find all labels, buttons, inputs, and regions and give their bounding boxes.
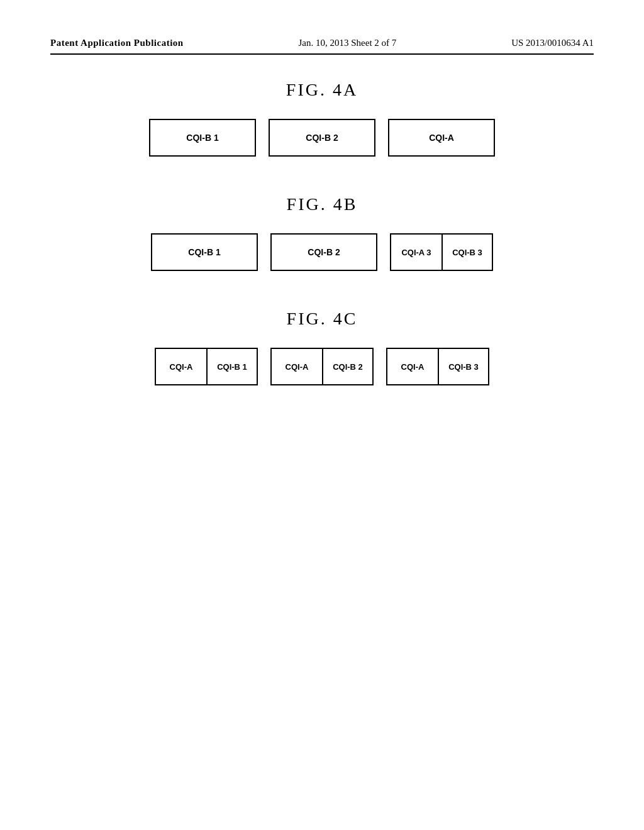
fig4a-box-2: CQI-B 2: [269, 119, 375, 157]
header-publication-label: Patent Application Publication: [50, 38, 184, 48]
fig4b-pair-box: CQI-A 3 CQI-B 3: [390, 233, 493, 271]
fig4c-pair1-right: CQI-B 1: [206, 349, 257, 384]
fig4c-pair-3: CQI-A CQI-B 3: [386, 348, 489, 385]
header-date-sheet: Jan. 10, 2013 Sheet 2 of 7: [299, 38, 397, 48]
fig4c-pair3-right: CQI-B 3: [438, 349, 488, 384]
figure-4c-label: FIG. 4C: [287, 309, 358, 329]
figure-4a-section: FIG. 4A CQI-B 1 CQI-B 2 CQI-A: [50, 80, 594, 157]
fig4c-pair3-left: CQI-A: [387, 349, 438, 384]
figure-4b-section: FIG. 4B CQI-B 1 CQI-B 2 CQI-A 3 CQI-B 3: [50, 194, 594, 271]
page: Patent Application Publication Jan. 10, …: [0, 0, 644, 830]
fig4a-box-1: CQI-B 1: [149, 119, 256, 157]
page-header: Patent Application Publication Jan. 10, …: [50, 38, 594, 55]
fig4c-pair2-left: CQI-A: [272, 349, 322, 384]
fig4c-pair2-right: CQI-B 2: [322, 349, 372, 384]
figure-4b-label: FIG. 4B: [287, 194, 358, 214]
fig4b-pair-left: CQI-A 3: [391, 235, 441, 270]
fig4b-pair-right: CQI-B 3: [441, 235, 492, 270]
fig4c-pair-1: CQI-A CQI-B 1: [155, 348, 258, 385]
figure-4c-section: FIG. 4C CQI-A CQI-B 1 CQI-A CQI-B 2 CQI-…: [50, 309, 594, 385]
figure-4a-diagram: CQI-B 1 CQI-B 2 CQI-A: [149, 119, 495, 157]
fig4b-box-1: CQI-B 1: [151, 233, 258, 271]
figure-4c-diagram: CQI-A CQI-B 1 CQI-A CQI-B 2 CQI-A CQI-B …: [155, 348, 489, 385]
fig4a-box-3: CQI-A: [388, 119, 495, 157]
fig4c-pair1-left: CQI-A: [156, 349, 206, 384]
figure-4a-label: FIG. 4A: [286, 80, 358, 100]
fig4c-pair-2: CQI-A CQI-B 2: [270, 348, 374, 385]
header-patent-number: US 2013/0010634 A1: [511, 38, 594, 48]
figure-4b-diagram: CQI-B 1 CQI-B 2 CQI-A 3 CQI-B 3: [151, 233, 493, 271]
fig4b-box-2: CQI-B 2: [270, 233, 377, 271]
